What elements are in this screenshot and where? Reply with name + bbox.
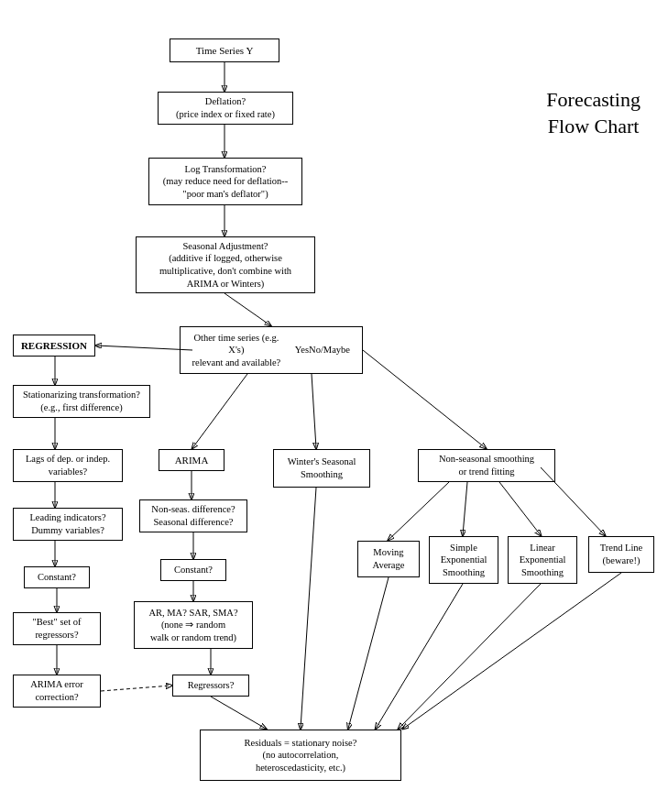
box-time-series: Time Series Y	[170, 38, 279, 62]
title-line2: Flow Chart	[548, 115, 640, 137]
svg-line-20	[463, 482, 467, 535]
box-constant1: Constant?	[24, 566, 90, 588]
box-arima-error: ARIMA errorcorrection?	[13, 675, 101, 708]
box-leading: Leading indicators?Dummy variables?	[13, 508, 123, 541]
box-trend-line: Trend Line(beware!)	[588, 536, 654, 573]
box-regressors: Regressors?	[172, 675, 249, 697]
svg-line-21	[499, 482, 541, 535]
box-linear-exp: LinearExponentialSmoothing	[508, 536, 577, 584]
svg-line-25	[348, 577, 389, 729]
box-arima: ARIMA	[159, 449, 224, 471]
svg-line-11	[101, 686, 171, 691]
box-moving-avg: MovingAverage	[357, 541, 420, 577]
chart-title: Forecasting Flow Chart	[546, 87, 641, 139]
svg-line-18	[363, 350, 486, 448]
box-best-set: "Best" set ofregressors?	[13, 612, 101, 645]
svg-line-17	[312, 374, 316, 448]
box-constant2: Constant?	[160, 559, 226, 581]
svg-line-24	[211, 697, 266, 729]
box-regression: REGRESSION	[13, 335, 95, 357]
box-non-seas-diff: Non-seas. difference?Seasonal difference…	[139, 499, 247, 532]
svg-line-19	[389, 482, 449, 540]
svg-line-3	[224, 293, 270, 325]
svg-line-12	[192, 374, 247, 448]
title-line1: Forecasting	[546, 88, 641, 111]
box-winters: Winter's SeasonalSmoothing	[273, 449, 370, 488]
svg-line-4	[96, 346, 192, 350]
box-ar-ma: AR, MA? SAR, SMA?(none ⇒ randomwalk or r…	[134, 601, 253, 649]
svg-line-28	[403, 573, 621, 729]
svg-line-26	[376, 584, 463, 729]
svg-line-23	[301, 488, 316, 729]
svg-line-27	[399, 584, 541, 729]
box-stationarizing: Stationarizing transformation?(e.g., fir…	[13, 385, 150, 418]
box-residuals: Residuals = stationary noise?(no autocor…	[200, 730, 401, 781]
box-log-transform: Log Transformation?(may reduce need for …	[148, 158, 302, 205]
chart-container: Forecasting Flow Chart Time Series Y Def…	[0, 0, 668, 812]
box-lags: Lags of dep. or indep.variables?	[13, 449, 123, 482]
box-seasonal-adj: Seasonal Adjustment?(additive if logged,…	[136, 236, 315, 293]
box-non-seasonal: Non-seasonal smoothingor trend fitting	[418, 449, 555, 482]
box-deflation: Deflation?(price index or fixed rate)	[158, 92, 293, 125]
box-other-series: Other time series (e.g. X's)relevant and…	[180, 326, 363, 374]
box-simple-exp: SimpleExponentialSmoothing	[429, 536, 498, 584]
